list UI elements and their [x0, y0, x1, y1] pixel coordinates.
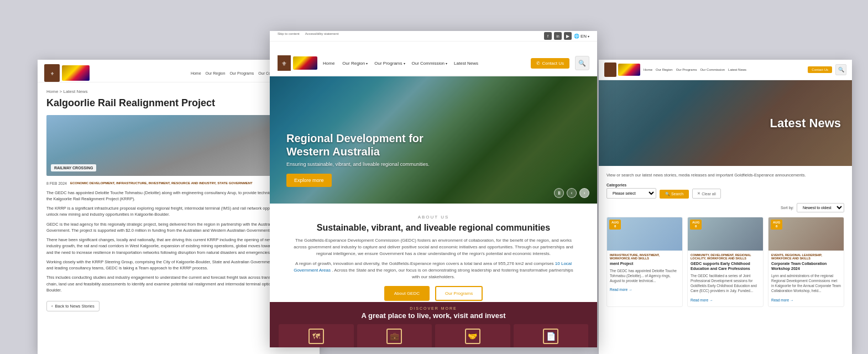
news-card-1-title: ment Project	[610, 261, 679, 266]
news-card-2[interactable]: AUG 8 COMMUNITY, DEVELOPMENT, REGIONAL L…	[687, 217, 764, 307]
news-card-1-text: The GEDC has appointed Deloitte Touche T…	[610, 268, 679, 283]
our-publications-title: Our Publications	[518, 347, 584, 347]
discover-card-grant-support[interactable]: 🤝 Grant Support	[435, 324, 510, 347]
right-panel-body: View or search our latest news stories, …	[599, 166, 852, 314]
hero-carousel-controls: ⏸ ‹ ›	[554, 188, 589, 198]
right-news-panel: Home Our Region Our Programs Our Commiss…	[599, 60, 852, 354]
back-to-news-button[interactable]: Back to News Stories	[46, 301, 100, 311]
left-nav-region[interactable]: Our Region	[206, 71, 226, 75]
about-text-prefix: A region of growth, innovation and diver…	[295, 261, 555, 266]
right-category-filter: Categories Please select	[606, 183, 656, 199]
hero-next-button[interactable]: ›	[579, 188, 589, 198]
news-search-button[interactable]: 🔍 Search	[660, 190, 689, 199]
news-card-3-read-more[interactable]: Read more →	[771, 298, 793, 302]
contact-us-button[interactable]: ✆ Contact Us	[531, 58, 569, 69]
right-nav-news[interactable]: Latest News	[728, 68, 746, 71]
news-card-1[interactable]: AUG 8 INFRASTRUCTURE, INVESTMENT, WORKFO…	[606, 217, 683, 307]
hero-title: Regional Development for Western Austral…	[286, 132, 441, 158]
discover-label: DISCOVER MORE	[279, 306, 588, 310]
news-card-2-text: The GEDC facilitated a series of Joint P…	[691, 273, 760, 293]
right-sort-row: Sort by: Newest to oldest	[606, 203, 844, 212]
hero-content: Regional Development for Western Austral…	[286, 132, 441, 187]
nav-our-commission[interactable]: Our Commission	[412, 61, 448, 66]
visit-region-title: Visit our Region	[283, 347, 349, 347]
accessibility-statement[interactable]: Accessibility statement	[305, 32, 339, 40]
right-nav-home[interactable]: Home	[644, 68, 652, 71]
left-logo-area: ⚜	[44, 64, 90, 82]
discover-card-our-publications[interactable]: 📄 Our Publications	[514, 324, 589, 347]
globe-icon: 🌐	[574, 34, 579, 39]
nav-latest-news[interactable]: Latest News	[454, 61, 479, 66]
news-card-3-body: EVENTS, REGIONAL LEADERSHIP, WORKFORCE A…	[768, 251, 844, 306]
right-logo-area	[604, 63, 640, 77]
right-nav-programs[interactable]: Our Programs	[676, 68, 697, 71]
right-search-icon-button[interactable]: 🔍	[835, 64, 846, 75]
right-nav-region[interactable]: Our Region	[656, 68, 673, 71]
center-nav-items: Home Our Region Our Programs Our Commiss…	[323, 61, 525, 66]
center-logo-banner	[293, 56, 317, 70]
news-clear-button[interactable]: ✕ Clear all	[692, 189, 721, 199]
news-card-3-image: AUG 8	[768, 217, 844, 251]
about-title: Sustainable, vibrant, and liveable regio…	[292, 223, 575, 233]
hero-prev-button[interactable]: ‹	[567, 188, 577, 198]
nav-our-region[interactable]: Our Region	[342, 61, 368, 66]
center-crest-icon: ⚜	[278, 55, 291, 71]
search-button[interactable]: 🔍	[575, 56, 589, 70]
facebook-icon[interactable]: f	[544, 32, 552, 40]
article-tags: ECONOMIC DEVELOPMENT, INFRASTRUCTURE, IN…	[70, 181, 253, 185]
news-card-2-read-more[interactable]: Read more →	[691, 298, 713, 302]
center-skip-bar: Skip to content Accessibility statement …	[270, 31, 597, 41]
explore-more-button[interactable]: Explore more	[286, 174, 332, 187]
right-nav-links: Home Our Region Our Programs Our Commiss…	[644, 68, 804, 71]
grant-support-icon: 🤝	[465, 329, 480, 344]
linkedin-icon[interactable]: in	[554, 32, 562, 40]
news-card-2-tags: COMMUNITY, DEVELOPMENT, REGIONAL LOCALIT…	[691, 253, 760, 260]
news-card-1-read-more[interactable]: Read more →	[610, 288, 632, 291]
our-publications-icon: 📄	[543, 329, 558, 344]
news-card-3-date: AUG 8	[771, 220, 782, 230]
news-card-1-image: AUG 8	[607, 217, 682, 251]
right-panel-header: Home Our Region Our Programs Our Commiss…	[599, 60, 852, 80]
right-nav-commission[interactable]: Our Commission	[700, 68, 725, 71]
news-card-1-body: INFRASTRUCTURE, INVESTMENT, WORKFORCE AN…	[607, 251, 682, 296]
about-gedc-button[interactable]: About GEDC	[384, 286, 430, 301]
sort-by-label: Sort by:	[781, 206, 794, 210]
category-filter-label: Categories	[606, 183, 656, 187]
sort-select[interactable]: Newest to oldest	[797, 203, 844, 212]
right-contact-button[interactable]: Contact Us	[808, 66, 832, 73]
left-nav-home[interactable]: Home	[191, 71, 201, 75]
hero-pause-button[interactable]: ⏸	[554, 188, 564, 198]
image-overlay-text: RAILWAY CROSSING	[51, 164, 96, 171]
news-card-1-date: AUG 8	[609, 220, 621, 230]
discover-card-local-opportunity[interactable]: 💼 Local Opportunity	[357, 324, 432, 347]
skip-to-content[interactable]: Skip to content	[278, 32, 300, 40]
local-opportunity-title: Local Opportunity	[362, 347, 428, 347]
nav-our-programs[interactable]: Our Programs	[374, 61, 405, 66]
left-nav-programs[interactable]: Our Programs	[229, 71, 254, 75]
left-crest-icon: ⚜	[44, 64, 60, 82]
lang-chevron: ▾	[588, 34, 589, 38]
discover-card-visit-region[interactable]: 🗺 Visit our Region	[279, 324, 354, 347]
about-text-2: A region of growth, innovation and diver…	[292, 261, 575, 280]
left-logo-banner	[62, 65, 90, 81]
search-go-label: Search	[671, 192, 683, 196]
hero-section: Regional Development for Western Austral…	[270, 76, 597, 204]
about-section-label: ABOUT US	[292, 215, 575, 220]
svg-text:⚜: ⚜	[50, 71, 54, 76]
discover-title: A great place to live, work, visit and i…	[279, 311, 588, 320]
nav-home[interactable]: Home	[323, 61, 336, 66]
about-section: ABOUT US Sustainable, vibrant, and livea…	[270, 204, 597, 312]
our-programs-button[interactable]: Our Programs	[435, 286, 483, 301]
center-nav-bar: ⚜ Home Our Region Our Programs Our Commi…	[270, 51, 597, 76]
visit-region-icon: 🗺	[308, 329, 324, 344]
article-date: 8 FEB 2024	[46, 181, 67, 185]
youtube-icon[interactable]: ▶	[564, 32, 572, 40]
discover-cards-container: 🗺 Visit our Region 💼 Local Opportunity 🤝…	[279, 324, 588, 347]
language-selector[interactable]: 🌐 EN ▾	[574, 34, 589, 39]
news-card-2-image: AUG 8	[688, 217, 763, 251]
about-cta-row: About GEDC Our Programs	[292, 286, 575, 301]
news-card-3[interactable]: AUG 8 EVENTS, REGIONAL LEADERSHIP, WORKF…	[768, 217, 844, 307]
news-card-3-text: Lynn and administrators of the regional …	[771, 273, 841, 293]
search-go-icon: 🔍	[665, 192, 670, 196]
category-select[interactable]: Please select	[606, 188, 656, 199]
